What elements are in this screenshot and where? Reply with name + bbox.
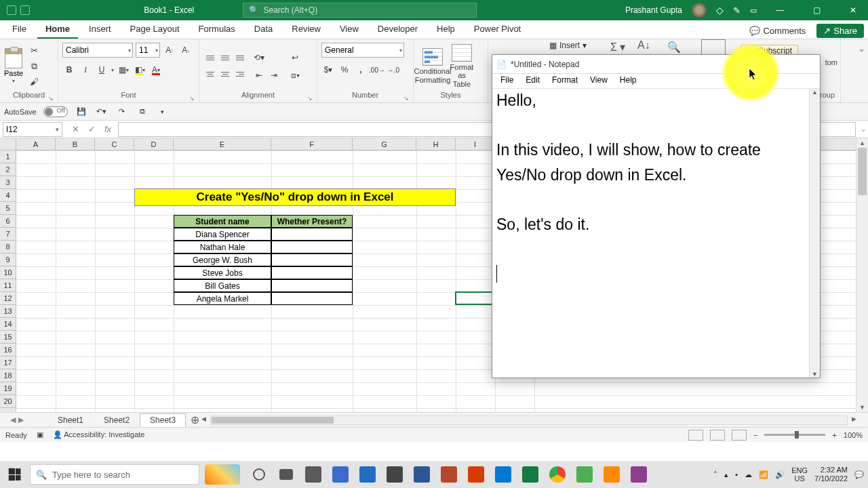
- table-cell[interactable]: Diana Spencer: [174, 228, 271, 241]
- ribbon-tab-data[interactable]: Data: [246, 20, 281, 39]
- notepad-menu-edit[interactable]: Edit: [520, 74, 545, 88]
- taskbar-app[interactable]: [598, 461, 625, 488]
- zoom-slider[interactable]: [764, 434, 825, 436]
- table-cell[interactable]: [271, 279, 353, 292]
- table-cell[interactable]: Nathan Hale: [174, 241, 271, 253]
- orientation-button[interactable]: ⟲▾: [252, 50, 266, 65]
- ribbon-tab-formulas[interactable]: Formulas: [191, 20, 243, 39]
- ribbon-tab-home[interactable]: Home: [37, 20, 78, 39]
- font-size-dropdown[interactable]: 11: [136, 43, 160, 58]
- start-button[interactable]: [0, 461, 30, 488]
- qat-customize-icon[interactable]: ▾: [156, 105, 170, 119]
- row-header[interactable]: 6: [0, 215, 16, 228]
- ribbon-tab-page-layout[interactable]: Page Layout: [122, 20, 188, 39]
- row-header[interactable]: 4: [0, 189, 16, 202]
- sort-filter-icon[interactable]: A↓: [637, 39, 650, 52]
- notepad-textarea[interactable]: Hello, In this video, I will show, how t…: [496, 89, 808, 365]
- taskbar-app[interactable]: [571, 461, 598, 488]
- avatar[interactable]: [692, 3, 707, 18]
- taskbar-chrome-icon[interactable]: [544, 461, 571, 488]
- format-painter-icon[interactable]: 🖌: [27, 75, 41, 89]
- ribbon-tab-view[interactable]: View: [332, 20, 367, 39]
- vertical-scrollbar[interactable]: ▲ ▼: [856, 138, 868, 412]
- sheet-tab[interactable]: Sheet2: [94, 413, 140, 427]
- row-header[interactable]: 20: [0, 395, 16, 408]
- cortana-icon[interactable]: [245, 461, 273, 488]
- ribbon-tab-file[interactable]: File: [4, 20, 35, 39]
- taskbar-app[interactable]: [354, 461, 381, 488]
- row-header[interactable]: 5: [0, 202, 16, 215]
- zoom-level[interactable]: 100%: [844, 431, 863, 439]
- share-button[interactable]: ↗ Share: [816, 24, 864, 38]
- font-color-button[interactable]: A▾: [149, 62, 163, 77]
- notifications-icon[interactable]: 💬: [854, 470, 864, 479]
- maximize-button[interactable]: ▢: [803, 0, 830, 20]
- scroll-down-icon[interactable]: ▼: [856, 403, 868, 412]
- normal-view-button[interactable]: [688, 430, 703, 441]
- bold-button[interactable]: B: [62, 62, 76, 77]
- row-header[interactable]: 13: [0, 305, 16, 318]
- column-header[interactable]: F: [271, 138, 353, 150]
- row-header[interactable]: 2: [0, 163, 16, 176]
- fx-icon[interactable]: fx: [100, 123, 115, 136]
- search-highlight-icon[interactable]: [205, 464, 240, 485]
- ribbon-tab-developer[interactable]: Developer: [370, 20, 426, 39]
- row-header[interactable]: 18: [0, 369, 16, 382]
- column-header[interactable]: I: [456, 138, 495, 150]
- active-cell[interactable]: [455, 291, 495, 305]
- ribbon-tab-power-pivot[interactable]: Power Pivot: [466, 20, 529, 39]
- tray-icon[interactable]: ▴: [724, 470, 728, 479]
- borders-button[interactable]: ▦▾: [117, 62, 130, 77]
- taskbar-app[interactable]: [381, 461, 408, 488]
- format-as-table-button[interactable]: Format as Table: [452, 44, 472, 87]
- find-icon[interactable]: 🔍: [667, 41, 681, 54]
- cancel-formula-icon[interactable]: ✕: [68, 123, 83, 136]
- diamond-icon[interactable]: ◇: [716, 5, 724, 16]
- table-cell[interactable]: [271, 266, 353, 279]
- column-header[interactable]: B: [56, 138, 95, 150]
- align-bottom-button[interactable]: [233, 51, 247, 66]
- row-header[interactable]: 3: [0, 176, 16, 189]
- align-top-button[interactable]: [203, 51, 217, 66]
- scrollbar-thumb[interactable]: [212, 417, 334, 424]
- row-header[interactable]: 14: [0, 318, 16, 331]
- redo-button[interactable]: ↷: [115, 105, 129, 119]
- row-header[interactable]: 16: [0, 344, 16, 357]
- collapse-ribbon-icon[interactable]: ⌄: [858, 43, 865, 54]
- page-break-view-button[interactable]: [732, 430, 747, 441]
- row-header[interactable]: 11: [0, 279, 16, 292]
- taskbar-app[interactable]: [490, 461, 517, 488]
- taskbar-app[interactable]: [300, 461, 327, 488]
- increase-font-icon[interactable]: A↑: [163, 43, 176, 58]
- decrease-font-icon[interactable]: A↓: [179, 43, 193, 58]
- page-layout-view-button[interactable]: [710, 430, 725, 441]
- comments-button[interactable]: 💬 Comments: [744, 23, 811, 39]
- scrollbar-thumb[interactable]: [858, 148, 867, 195]
- sheet-nav-prev-icon[interactable]: ◀: [10, 415, 16, 424]
- minimize-button[interactable]: —: [766, 0, 793, 20]
- notepad-menu-help[interactable]: Help: [614, 74, 642, 88]
- row-header[interactable]: 12: [0, 292, 16, 305]
- taskbar-app[interactable]: [327, 461, 354, 488]
- ime-indicator[interactable]: ENGUS: [791, 466, 808, 483]
- autosave-toggle[interactable]: Off: [43, 106, 68, 117]
- name-box[interactable]: I12▾: [3, 122, 62, 137]
- taskbar-app[interactable]: [408, 461, 435, 488]
- tray-icon[interactable]: ▪: [735, 470, 738, 479]
- expand-formula-bar-icon[interactable]: ⌄: [859, 125, 868, 133]
- column-header[interactable]: C: [95, 138, 134, 150]
- decrease-indent-button[interactable]: ⇤: [252, 68, 266, 83]
- column-header[interactable]: H: [416, 138, 456, 150]
- table-cell[interactable]: [271, 241, 353, 253]
- undo-button[interactable]: ↶▾: [95, 105, 108, 119]
- table-cell[interactable]: [271, 292, 353, 305]
- autosum-icon[interactable]: Σ ▾: [610, 41, 625, 54]
- copy-icon[interactable]: ⧉: [27, 60, 41, 73]
- save-icon[interactable]: 💾: [75, 105, 88, 119]
- enter-formula-icon[interactable]: ✓: [84, 123, 99, 136]
- notepad-menu-view[interactable]: View: [585, 74, 613, 88]
- paste-button[interactable]: Paste ▾: [4, 48, 23, 84]
- volume-icon[interactable]: 🔊: [775, 470, 785, 479]
- taskbar-search[interactable]: 🔍 Type here to search: [30, 464, 199, 485]
- row-header[interactable]: 8: [0, 241, 16, 253]
